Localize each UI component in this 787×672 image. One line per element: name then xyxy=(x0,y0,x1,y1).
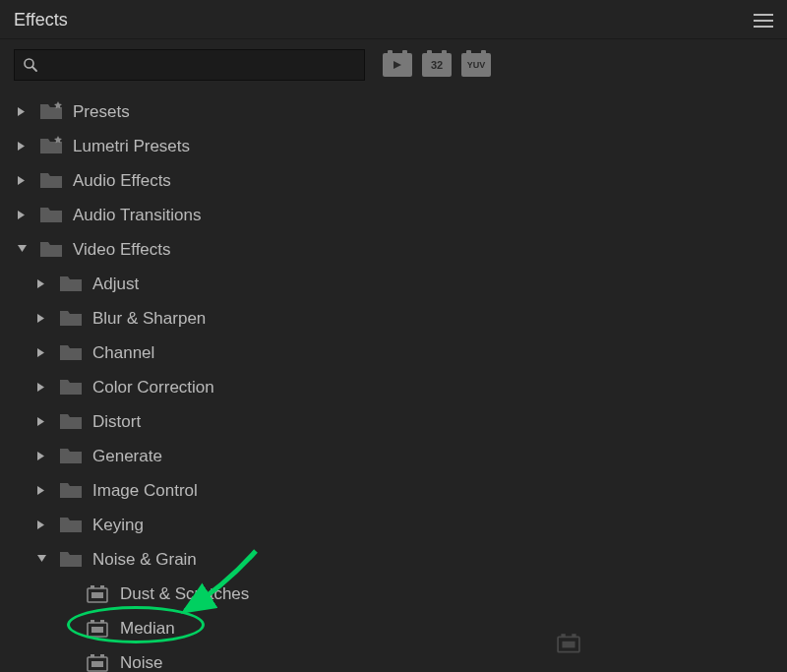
tree-item-keying[interactable]: Keying xyxy=(0,508,787,542)
chevron-right-icon xyxy=(33,311,49,327)
folder-icon xyxy=(39,207,63,224)
tree-item-noise-grain[interactable]: Noise & Grain xyxy=(0,542,787,577)
yuv-filter-icon[interactable]: YUV xyxy=(461,53,491,77)
tree-item-audio-transitions[interactable]: Audio Transitions xyxy=(0,198,787,232)
tree-item-dust-scratches[interactable]: Dust & Scratches xyxy=(0,577,787,611)
folder-icon xyxy=(59,310,83,328)
tree-item-generate[interactable]: Generate xyxy=(0,439,787,473)
tree-item-blur-sharpen[interactable]: Blur & Sharpen xyxy=(0,301,787,336)
tree-label: Audio Transitions xyxy=(73,206,201,225)
panel-title: Effects xyxy=(14,10,68,31)
chevron-right-icon xyxy=(14,208,30,223)
folder-star-icon xyxy=(39,138,63,155)
folder-star-icon xyxy=(39,103,63,121)
folder-icon xyxy=(59,379,83,397)
effects-tree: Presets Lumetri Presets Audio Effects Au… xyxy=(0,91,787,672)
chevron-down-icon xyxy=(14,242,30,258)
folder-icon xyxy=(59,448,83,465)
tree-label: Noise xyxy=(120,653,162,673)
tree-label: Distort xyxy=(92,412,141,432)
tree-item-channel[interactable]: Channel xyxy=(0,336,787,370)
chevron-right-icon xyxy=(33,414,49,430)
chevron-right-icon xyxy=(33,380,49,396)
accelerated-filter-icon[interactable] xyxy=(383,53,412,77)
chevron-right-icon xyxy=(14,104,30,120)
chevron-right-icon xyxy=(14,139,30,154)
search-icon xyxy=(23,57,38,73)
folder-icon xyxy=(59,551,83,569)
folder-icon xyxy=(39,241,63,259)
folder-icon xyxy=(59,275,83,293)
chevron-right-icon xyxy=(33,345,49,361)
tree-label: Color Correction xyxy=(92,378,214,397)
tree-item-median[interactable]: Median xyxy=(0,611,787,645)
tree-label: Presets xyxy=(73,102,130,122)
tree-item-image-control[interactable]: Image Control xyxy=(0,473,787,508)
panel-menu-button[interactable] xyxy=(754,12,773,30)
filter-icons: 32 YUV xyxy=(383,53,491,77)
tree-item-color-correction[interactable]: Color Correction xyxy=(0,370,787,404)
chevron-right-icon xyxy=(33,449,49,464)
tree-label: Video Effects xyxy=(73,240,171,260)
folder-icon xyxy=(59,344,83,362)
chevron-right-icon xyxy=(33,483,49,499)
effect-icon xyxy=(87,654,108,672)
tree-label: Noise & Grain xyxy=(92,550,197,570)
tree-item-adjust[interactable]: Adjust xyxy=(0,267,787,301)
svg-line-1 xyxy=(32,67,36,71)
chevron-right-icon xyxy=(33,276,49,292)
search-box[interactable] xyxy=(14,49,365,81)
chevron-down-icon xyxy=(33,552,49,568)
effect-icon xyxy=(87,620,108,638)
tree-item-video-effects[interactable]: Video Effects xyxy=(0,232,787,267)
toolbar: 32 YUV xyxy=(0,39,787,91)
32bit-filter-icon[interactable]: 32 xyxy=(422,53,452,77)
tree-item-presets[interactable]: Presets xyxy=(0,94,787,129)
folder-icon xyxy=(59,482,83,500)
tree-label: Blur & Sharpen xyxy=(92,309,206,329)
search-input[interactable] xyxy=(44,57,356,73)
tree-label: Keying xyxy=(92,516,144,535)
tree-label: Channel xyxy=(92,343,154,363)
chevron-right-icon xyxy=(33,518,49,533)
chevron-right-icon xyxy=(14,173,30,189)
svg-marker-2 xyxy=(394,61,401,69)
effect-icon xyxy=(87,585,108,603)
tree-label: Adjust xyxy=(92,275,139,294)
accelerated-badge-icon xyxy=(557,634,580,657)
tree-label: Median xyxy=(120,619,175,639)
folder-icon xyxy=(39,172,63,190)
tree-item-audio-effects[interactable]: Audio Effects xyxy=(0,163,787,198)
tree-item-lumetri-presets[interactable]: Lumetri Presets xyxy=(0,129,787,163)
tree-label: Image Control xyxy=(92,481,198,501)
panel-header: Effects xyxy=(0,0,787,39)
tree-label: Generate xyxy=(92,447,162,466)
tree-label: Audio Effects xyxy=(73,171,171,191)
tree-item-distort[interactable]: Distort xyxy=(0,404,787,439)
tree-label: Lumetri Presets xyxy=(73,137,190,156)
tree-label: Dust & Scratches xyxy=(120,584,249,604)
tree-item-noise[interactable]: Noise xyxy=(0,645,787,672)
folder-icon xyxy=(59,413,83,431)
folder-icon xyxy=(59,517,83,534)
